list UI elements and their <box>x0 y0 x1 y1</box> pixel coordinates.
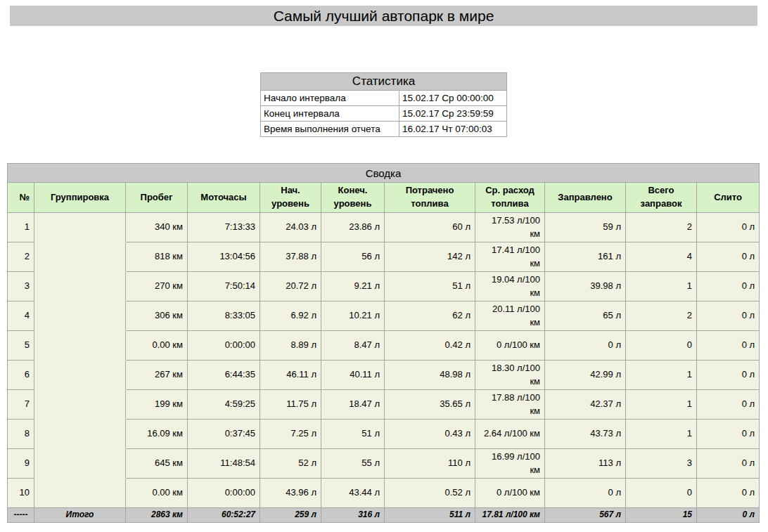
summary-cell: 6 <box>8 361 34 390</box>
total-cell: 259 л <box>260 508 321 523</box>
stats-row: Время выполнения отчета16.02.17 Чт 07:00… <box>261 122 507 137</box>
summary-cell: 60 л <box>385 213 475 242</box>
stats-row: Начало интервала15.02.17 Ср 00:00:00 <box>261 91 507 106</box>
summary-cell: 8 <box>8 420 34 449</box>
summary-cell: 0.52 л <box>385 479 475 508</box>
summary-cell: 1 <box>626 361 697 390</box>
summary-cell: 17.88 л/100 км <box>475 390 545 420</box>
table-row: 7199 км4:59:2511.75 л18.47 л35.65 л17.88… <box>8 390 760 420</box>
summary-cell: 11:48:54 <box>188 449 260 479</box>
total-cell: 60:52:27 <box>188 508 260 523</box>
summary-cell: 0 л <box>697 272 760 301</box>
column-header: Пробег <box>126 183 188 213</box>
total-cell: 17.81 л/100 км <box>475 508 545 523</box>
summary-cell: 113 л <box>545 449 626 479</box>
summary-cell: 7:50:14 <box>188 272 260 301</box>
summary-cell: 2.64 л/100 км <box>475 420 545 449</box>
summary-cell: 3 <box>626 449 697 479</box>
summary-cell: 17.53 л/100 км <box>475 213 545 242</box>
column-header: № <box>8 183 34 213</box>
summary-cell: 818 км <box>126 242 188 272</box>
summary-cell: 35.65 л <box>385 390 475 420</box>
summary-cell: 46.11 л <box>260 361 321 390</box>
summary-cell: 18.47 л <box>321 390 385 420</box>
summary-cell: 1 <box>626 390 697 420</box>
group-cell <box>34 213 126 242</box>
stats-title-row: Статистика <box>261 73 507 91</box>
summary-cell: 0:37:45 <box>188 420 260 449</box>
stats-label: Время выполнения отчета <box>261 122 399 137</box>
summary-cell: 0.43 л <box>385 420 475 449</box>
summary-cell: 0 <box>626 479 697 508</box>
summary-cell: 10.21 л <box>321 301 385 331</box>
summary-header-row: №ГруппировкаПробегМоточасыНач. уровеньКо… <box>8 183 760 213</box>
stats-table: Статистика Начало интервала15.02.17 Ср 0… <box>260 72 507 137</box>
summary-table: Сводка №ГруппировкаПробегМоточасыНач. ур… <box>7 163 760 523</box>
table-row: 6267 км6:44:3546.11 л40.11 л48.98 л18.30… <box>8 361 760 390</box>
summary-cell: 2 <box>8 242 34 272</box>
summary-cell: 1 <box>8 213 34 242</box>
column-header: Нач. уровень <box>260 183 321 213</box>
total-cell: 15 <box>626 508 697 523</box>
summary-cell: 5 <box>8 331 34 361</box>
stats-value: 15.02.17 Ср 23:59:59 <box>399 106 507 122</box>
table-row: 100.00 км0:00:0043.96 л43.44 л0.52 л0 л/… <box>8 479 760 508</box>
stats-title: Статистика <box>261 73 507 91</box>
total-cell: 316 л <box>321 508 385 523</box>
summary-cell: 10 <box>8 479 34 508</box>
summary-cell: 0 л <box>697 242 760 272</box>
summary-cell: 1 <box>626 272 697 301</box>
summary-cell: 0:00:00 <box>188 331 260 361</box>
summary-cell: 7.25 л <box>260 420 321 449</box>
total-cell: ----- <box>8 508 34 523</box>
summary-cell: 52 л <box>260 449 321 479</box>
column-header: Потрачено топлива <box>385 183 475 213</box>
summary-cell: 20.72 л <box>260 272 321 301</box>
summary-cell: 0 л <box>545 479 626 508</box>
summary-title: Сводка <box>8 164 760 183</box>
summary-cell: 43.44 л <box>321 479 385 508</box>
summary-cell: 0 л <box>697 390 760 420</box>
summary-cell: 6.92 л <box>260 301 321 331</box>
summary-cell: 16.09 км <box>126 420 188 449</box>
summary-cell: 56 л <box>321 242 385 272</box>
summary-cell: 267 км <box>126 361 188 390</box>
summary-cell: 4:59:25 <box>188 390 260 420</box>
summary-title-row: Сводка <box>8 164 760 183</box>
table-row: 1340 км7:13:3324.03 л23.86 л60 л17.53 л/… <box>8 213 760 242</box>
total-cell: 511 л <box>385 508 475 523</box>
summary-cell: 39.98 л <box>545 272 626 301</box>
group-cell <box>34 361 126 390</box>
summary-cell: 142 л <box>385 242 475 272</box>
summary-cell: 24.03 л <box>260 213 321 242</box>
summary-cell: 43.96 л <box>260 479 321 508</box>
summary-cell: 0:00:00 <box>188 479 260 508</box>
table-row: 4306 км8:33:056.92 л10.21 л62 л20.11 л/1… <box>8 301 760 331</box>
summary-cell: 43.73 л <box>545 420 626 449</box>
group-cell <box>34 420 126 449</box>
stats-value: 16.02.17 Чт 07:00:03 <box>399 122 507 137</box>
group-cell <box>34 301 126 331</box>
summary-cell: 37.88 л <box>260 242 321 272</box>
summary-cell: 0 л <box>697 449 760 479</box>
summary-cell: 65 л <box>545 301 626 331</box>
summary-cell: 42.99 л <box>545 361 626 390</box>
summary-cell: 0 л <box>697 479 760 508</box>
summary-cell: 0 <box>626 331 697 361</box>
summary-cell: 306 км <box>126 301 188 331</box>
column-header: Слито <box>697 183 760 213</box>
summary-cell: 110 л <box>385 449 475 479</box>
total-cell: 2863 км <box>126 508 188 523</box>
summary-cell: 8:33:05 <box>188 301 260 331</box>
summary-cell: 340 км <box>126 213 188 242</box>
group-cell <box>34 272 126 301</box>
group-cell <box>34 449 126 479</box>
table-row: 816.09 км0:37:457.25 л51 л0.43 л2.64 л/1… <box>8 420 760 449</box>
group-cell <box>34 242 126 272</box>
group-cell <box>34 390 126 420</box>
summary-cell: 9.21 л <box>321 272 385 301</box>
report-title-bar: Самый лучший автопарк в мире <box>10 6 757 26</box>
summary-cell: 13:04:56 <box>188 242 260 272</box>
summary-cell: 270 км <box>126 272 188 301</box>
column-header: Всего заправок <box>626 183 697 213</box>
